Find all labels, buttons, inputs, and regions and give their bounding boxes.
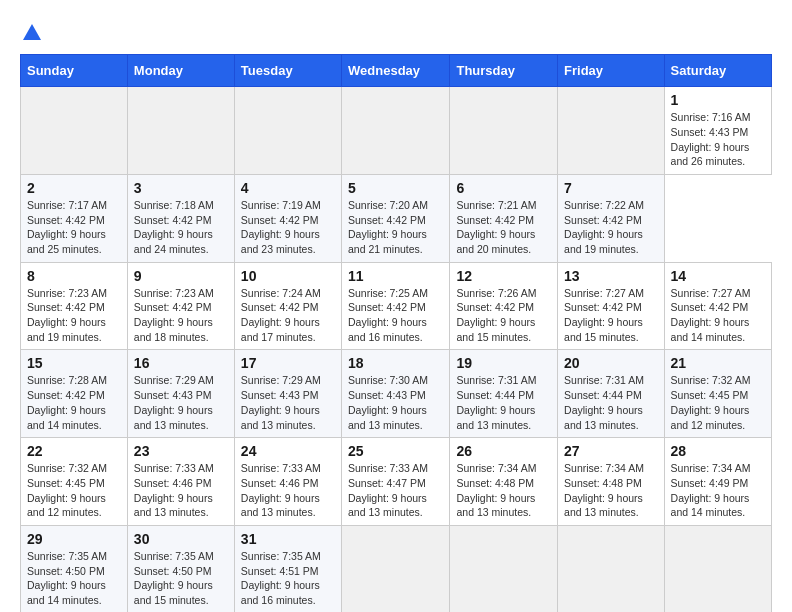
calendar-cell: 12Sunrise: 7:26 AMSunset: 4:42 PMDayligh… (450, 262, 558, 350)
calendar-header-row: SundayMondayTuesdayWednesdayThursdayFrid… (21, 55, 772, 87)
day-info: Sunrise: 7:33 AMSunset: 4:47 PMDaylight:… (348, 461, 443, 520)
calendar-cell: 11Sunrise: 7:25 AMSunset: 4:42 PMDayligh… (342, 262, 450, 350)
calendar-cell (342, 87, 450, 175)
day-number: 4 (241, 180, 335, 196)
day-number: 1 (671, 92, 765, 108)
day-info: Sunrise: 7:16 AMSunset: 4:43 PMDaylight:… (671, 110, 765, 169)
day-number: 15 (27, 355, 121, 371)
day-info: Sunrise: 7:29 AMSunset: 4:43 PMDaylight:… (241, 373, 335, 432)
calendar-cell: 18Sunrise: 7:30 AMSunset: 4:43 PMDayligh… (342, 350, 450, 438)
logo (20, 20, 44, 44)
day-info: Sunrise: 7:32 AMSunset: 4:45 PMDaylight:… (671, 373, 765, 432)
col-header-tuesday: Tuesday (234, 55, 341, 87)
calendar-cell: 16Sunrise: 7:29 AMSunset: 4:43 PMDayligh… (127, 350, 234, 438)
calendar-table: SundayMondayTuesdayWednesdayThursdayFrid… (20, 54, 772, 612)
day-info: Sunrise: 7:33 AMSunset: 4:46 PMDaylight:… (134, 461, 228, 520)
calendar-cell: 9Sunrise: 7:23 AMSunset: 4:42 PMDaylight… (127, 262, 234, 350)
day-number: 2 (27, 180, 121, 196)
calendar-cell: 30Sunrise: 7:35 AMSunset: 4:50 PMDayligh… (127, 525, 234, 612)
calendar-week-4: 15Sunrise: 7:28 AMSunset: 4:42 PMDayligh… (21, 350, 772, 438)
day-info: Sunrise: 7:32 AMSunset: 4:45 PMDaylight:… (27, 461, 121, 520)
svg-marker-0 (23, 24, 41, 40)
day-info: Sunrise: 7:24 AMSunset: 4:42 PMDaylight:… (241, 286, 335, 345)
day-number: 21 (671, 355, 765, 371)
calendar-cell: 6Sunrise: 7:21 AMSunset: 4:42 PMDaylight… (450, 174, 558, 262)
day-number: 16 (134, 355, 228, 371)
day-number: 11 (348, 268, 443, 284)
day-number: 31 (241, 531, 335, 547)
day-info: Sunrise: 7:27 AMSunset: 4:42 PMDaylight:… (671, 286, 765, 345)
calendar-cell (342, 525, 450, 612)
day-number: 23 (134, 443, 228, 459)
calendar-cell (21, 87, 128, 175)
day-info: Sunrise: 7:35 AMSunset: 4:51 PMDaylight:… (241, 549, 335, 608)
calendar-cell (450, 525, 558, 612)
calendar-cell: 26Sunrise: 7:34 AMSunset: 4:48 PMDayligh… (450, 438, 558, 526)
day-info: Sunrise: 7:21 AMSunset: 4:42 PMDaylight:… (456, 198, 551, 257)
calendar-cell: 19Sunrise: 7:31 AMSunset: 4:44 PMDayligh… (450, 350, 558, 438)
day-info: Sunrise: 7:27 AMSunset: 4:42 PMDaylight:… (564, 286, 657, 345)
col-header-monday: Monday (127, 55, 234, 87)
day-number: 10 (241, 268, 335, 284)
calendar-cell (664, 525, 771, 612)
calendar-cell: 20Sunrise: 7:31 AMSunset: 4:44 PMDayligh… (558, 350, 664, 438)
calendar-week-5: 22Sunrise: 7:32 AMSunset: 4:45 PMDayligh… (21, 438, 772, 526)
day-info: Sunrise: 7:20 AMSunset: 4:42 PMDaylight:… (348, 198, 443, 257)
day-number: 22 (27, 443, 121, 459)
day-info: Sunrise: 7:33 AMSunset: 4:46 PMDaylight:… (241, 461, 335, 520)
day-info: Sunrise: 7:23 AMSunset: 4:42 PMDaylight:… (27, 286, 121, 345)
day-info: Sunrise: 7:31 AMSunset: 4:44 PMDaylight:… (564, 373, 657, 432)
col-header-friday: Friday (558, 55, 664, 87)
calendar-week-6: 29Sunrise: 7:35 AMSunset: 4:50 PMDayligh… (21, 525, 772, 612)
calendar-cell: 1Sunrise: 7:16 AMSunset: 4:43 PMDaylight… (664, 87, 771, 175)
day-info: Sunrise: 7:28 AMSunset: 4:42 PMDaylight:… (27, 373, 121, 432)
logo-icon (21, 22, 43, 44)
day-number: 28 (671, 443, 765, 459)
day-number: 27 (564, 443, 657, 459)
calendar-cell: 2Sunrise: 7:17 AMSunset: 4:42 PMDaylight… (21, 174, 128, 262)
calendar-cell: 24Sunrise: 7:33 AMSunset: 4:46 PMDayligh… (234, 438, 341, 526)
day-number: 7 (564, 180, 657, 196)
day-info: Sunrise: 7:34 AMSunset: 4:48 PMDaylight:… (564, 461, 657, 520)
calendar-cell: 3Sunrise: 7:18 AMSunset: 4:42 PMDaylight… (127, 174, 234, 262)
day-number: 17 (241, 355, 335, 371)
day-number: 6 (456, 180, 551, 196)
calendar-cell: 7Sunrise: 7:22 AMSunset: 4:42 PMDaylight… (558, 174, 664, 262)
col-header-saturday: Saturday (664, 55, 771, 87)
calendar-cell: 21Sunrise: 7:32 AMSunset: 4:45 PMDayligh… (664, 350, 771, 438)
day-number: 20 (564, 355, 657, 371)
day-number: 18 (348, 355, 443, 371)
calendar-week-3: 8Sunrise: 7:23 AMSunset: 4:42 PMDaylight… (21, 262, 772, 350)
calendar-cell: 15Sunrise: 7:28 AMSunset: 4:42 PMDayligh… (21, 350, 128, 438)
day-number: 13 (564, 268, 657, 284)
day-info: Sunrise: 7:34 AMSunset: 4:48 PMDaylight:… (456, 461, 551, 520)
calendar-body: 1Sunrise: 7:16 AMSunset: 4:43 PMDaylight… (21, 87, 772, 612)
calendar-cell: 25Sunrise: 7:33 AMSunset: 4:47 PMDayligh… (342, 438, 450, 526)
calendar-cell: 23Sunrise: 7:33 AMSunset: 4:46 PMDayligh… (127, 438, 234, 526)
calendar-cell: 4Sunrise: 7:19 AMSunset: 4:42 PMDaylight… (234, 174, 341, 262)
day-info: Sunrise: 7:26 AMSunset: 4:42 PMDaylight:… (456, 286, 551, 345)
day-number: 25 (348, 443, 443, 459)
day-info: Sunrise: 7:35 AMSunset: 4:50 PMDaylight:… (134, 549, 228, 608)
day-number: 29 (27, 531, 121, 547)
calendar-cell: 8Sunrise: 7:23 AMSunset: 4:42 PMDaylight… (21, 262, 128, 350)
day-number: 30 (134, 531, 228, 547)
calendar-cell (234, 87, 341, 175)
day-info: Sunrise: 7:31 AMSunset: 4:44 PMDaylight:… (456, 373, 551, 432)
day-number: 5 (348, 180, 443, 196)
calendar-cell: 5Sunrise: 7:20 AMSunset: 4:42 PMDaylight… (342, 174, 450, 262)
day-info: Sunrise: 7:22 AMSunset: 4:42 PMDaylight:… (564, 198, 657, 257)
day-info: Sunrise: 7:17 AMSunset: 4:42 PMDaylight:… (27, 198, 121, 257)
day-info: Sunrise: 7:25 AMSunset: 4:42 PMDaylight:… (348, 286, 443, 345)
day-number: 14 (671, 268, 765, 284)
calendar-week-1: 1Sunrise: 7:16 AMSunset: 4:43 PMDaylight… (21, 87, 772, 175)
col-header-sunday: Sunday (21, 55, 128, 87)
day-number: 9 (134, 268, 228, 284)
calendar-cell: 29Sunrise: 7:35 AMSunset: 4:50 PMDayligh… (21, 525, 128, 612)
day-number: 8 (27, 268, 121, 284)
day-info: Sunrise: 7:18 AMSunset: 4:42 PMDaylight:… (134, 198, 228, 257)
day-info: Sunrise: 7:34 AMSunset: 4:49 PMDaylight:… (671, 461, 765, 520)
day-number: 26 (456, 443, 551, 459)
calendar-cell (558, 525, 664, 612)
calendar-cell: 27Sunrise: 7:34 AMSunset: 4:48 PMDayligh… (558, 438, 664, 526)
